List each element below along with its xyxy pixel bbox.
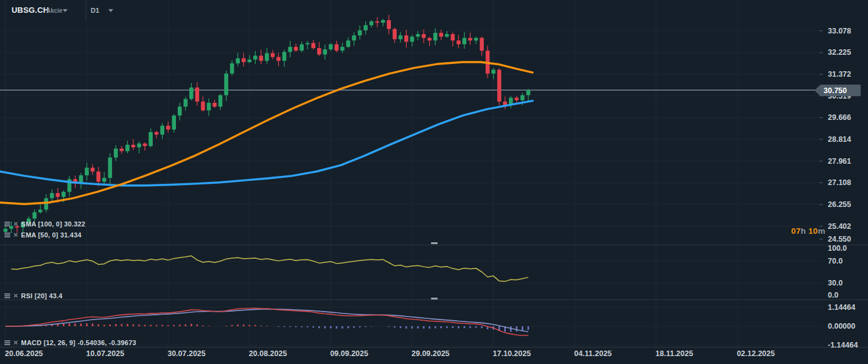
indicator-settings-icon[interactable] [4, 233, 10, 237]
countdown-hours-unit: h [800, 226, 806, 236]
rsi-axis-label: 30.0 [828, 279, 842, 287]
last-price-value: 30.750 [814, 86, 847, 95]
indicator-remove-icon[interactable]: × [13, 293, 18, 299]
date-label: 10.07.2025 [86, 349, 125, 358]
price-axis-label: 26.255 [828, 200, 851, 209]
macd-indicator-legend: × MACD [12, 26, 9] -0.54036, -0.39673 [4, 338, 136, 347]
sma-indicator-legend: × SMA [100, 0] 30.322 [4, 220, 85, 228]
countdown-minutes: 10 [808, 226, 818, 236]
panel-resize-handle[interactable] [431, 242, 438, 244]
rsi-axis-label: 0.0 [828, 291, 838, 299]
price-axis-label: 33.078 [828, 27, 851, 35]
price-axis-label: 31.372 [828, 70, 851, 79]
countdown-minutes-unit: m [818, 226, 825, 236]
rsi-axis-label: 100.0 [828, 244, 847, 253]
chart-canvas[interactable] [0, 0, 868, 364]
symbol-title: UBSG.CH [12, 5, 49, 15]
date-label: 02.12.2025 [737, 349, 775, 358]
indicator-settings-icon[interactable] [4, 222, 10, 226]
last-price-tag: 30.750 [814, 85, 861, 96]
instrument-type-label: Akcie [46, 7, 63, 14]
date-label: 20.06.2025 [5, 349, 43, 358]
price-axis-label: 32.225 [828, 48, 851, 57]
chevron-down-icon[interactable] [63, 9, 68, 12]
header-divider [85, 0, 86, 20]
candle-countdown: 07h 10m [791, 226, 825, 236]
chart-header: UBSG.CH Akcie D1 [0, 0, 868, 20]
chevron-down-icon[interactable] [108, 9, 113, 12]
indicator-remove-icon[interactable]: × [13, 221, 18, 227]
date-label: 20.08.2025 [249, 349, 287, 358]
date-label: 04.11.2025 [574, 349, 612, 358]
indicator-settings-icon[interactable] [4, 293, 10, 298]
sma-indicator-label: SMA [100, 0] 30.322 [21, 220, 86, 228]
indicator-remove-icon[interactable]: × [13, 232, 18, 238]
date-label: 17.10.2025 [493, 349, 531, 358]
ema-indicator-label: EMA [50, 0] 31.434 [21, 231, 82, 239]
rsi-indicator-label: RSI [20] 43.4 [21, 292, 63, 299]
date-label: 30.07.2025 [167, 349, 206, 358]
price-axis-label: 28.814 [828, 135, 851, 144]
date-label: 09.09.2025 [330, 349, 368, 358]
rsi-axis-label: 70.0 [828, 257, 842, 265]
date-label: 29.09.2025 [411, 349, 450, 358]
panel-resize-handle[interactable] [431, 298, 438, 299]
price-axis-label: 25.402 [828, 222, 851, 231]
ema-indicator-legend: × EMA [50, 0] 31.434 [4, 231, 82, 239]
price-axis-label: 27.961 [828, 157, 851, 166]
trading-chart-app: UBSG.CH Akcie D1 × SMA [100, 0] 30.322 ×… [0, 0, 868, 364]
macd-indicator-label: MACD [12, 26, 9] -0.54036, -0.39673 [21, 339, 136, 346]
timeframe-selector[interactable]: D1 [91, 7, 99, 14]
price-axis-label: 29.666 [828, 113, 851, 122]
rsi-indicator-legend: × RSI [20] 43.4 [4, 292, 63, 300]
macd-axis-label: 1.14464 [828, 303, 855, 312]
indicator-settings-icon[interactable] [4, 340, 10, 345]
price-axis-label: 27.108 [828, 178, 851, 187]
price-axis-label: 24.550 [828, 235, 851, 243]
indicator-remove-icon[interactable]: × [13, 340, 18, 346]
macd-axis-label: -1.14464 [828, 341, 858, 349]
macd-axis-label: 0.00000 [828, 322, 855, 331]
countdown-hours: 07 [791, 226, 801, 236]
date-label: 18.11.2025 [656, 349, 693, 358]
